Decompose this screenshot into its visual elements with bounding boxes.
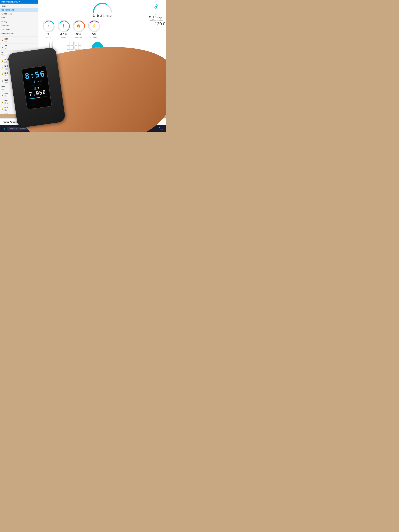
fitbit-screen-bezel: 8:56 FEB 29 👤 💡 7,950 xyxy=(21,65,52,110)
screen-divider xyxy=(29,84,43,86)
weekly-exercise-label: weekly exercise xyxy=(149,19,163,21)
metric-minutes: ⚡ 56 minutes xyxy=(88,20,100,38)
cup-5 xyxy=(67,46,70,50)
location-icon: 📍 xyxy=(62,24,65,28)
sidebar-items-label: Items xyxy=(1,5,6,7)
sidebar-item-starred[interactable]: ted Items 104 xyxy=(0,8,38,12)
cup-2 xyxy=(71,42,74,46)
cup-7 xyxy=(75,46,77,50)
metric-circle-calories: 🔥 xyxy=(73,20,85,32)
lock-icon: 🔒 xyxy=(1,101,4,103)
steps-count: 6,931 xyxy=(93,13,105,18)
running-person-icon xyxy=(152,4,159,12)
sidebar-item-search-folders[interactable]: earch Folders xyxy=(0,32,38,36)
lock-icon: 🔒 xyxy=(1,108,4,110)
minutes-value: 56 xyxy=(88,32,100,36)
list-item[interactable]: 🔒 NolI ha xyxy=(0,37,38,44)
lock-icon: 🔒 xyxy=(1,46,4,48)
miles-value: 4.19 xyxy=(57,32,70,36)
weight-display: 130.0 xyxy=(155,21,166,26)
lock-icon: 🔒 xyxy=(1,94,4,96)
svg-point-0 xyxy=(156,5,158,6)
cup-6 xyxy=(71,46,74,50)
exercise-total: 5 xyxy=(155,16,156,19)
metric-calories: 🔥 959 calories xyxy=(72,20,85,38)
calories-label: calories xyxy=(72,36,85,38)
account-email: McCorkle@LA.GOV xyxy=(1,1,20,3)
cup-3 xyxy=(75,42,77,46)
device-progress-fill xyxy=(29,97,40,99)
flame-icon: 🔥 xyxy=(76,24,81,28)
sidebar-starred-count: Items 104 xyxy=(5,9,14,11)
sidebar-item-email[interactable]: E-mail [141] xyxy=(0,12,38,16)
steps-header: 6,931 steps xyxy=(42,2,163,18)
sidebar-quarantine-label: arantine xyxy=(1,25,9,27)
list-item[interactable]: 🔒 VicAlr xyxy=(0,44,38,51)
floors-icon: ↑ xyxy=(47,24,49,28)
cup-8 xyxy=(78,46,81,50)
device-steps-section: 👤 💡 7,950 xyxy=(28,86,47,99)
metric-circle-minutes: ⚡ xyxy=(88,20,100,32)
exercise-icon-container xyxy=(149,1,162,15)
sidebar-item-items[interactable]: Items xyxy=(0,4,38,8)
fitbit-band: 8:56 FEB 29 👤 💡 7,950 xyxy=(7,47,66,128)
steps-person-icon: 👤 💡 xyxy=(34,87,40,90)
lock-icon: 🔒 xyxy=(1,39,4,41)
metrics-row: ↑ 2 floors 📍 4.19 miles xyxy=(42,20,163,38)
sidebar-email-label: E-mail [141] xyxy=(1,13,12,15)
exercise-days-label: days xyxy=(157,16,163,19)
lightning-icon: ⚡ xyxy=(92,24,96,28)
sidebar-item-box[interactable]: box xyxy=(0,16,38,20)
device-steps-count: 7,950 xyxy=(29,89,46,97)
sidebar-isroy-label: is Roy xyxy=(1,20,7,23)
miles-label: miles xyxy=(57,36,70,38)
metric-miles: 📍 4.19 miles xyxy=(57,20,70,38)
sidebar-search-label: earch Folders xyxy=(1,32,14,35)
sidebar-starred-label: ted xyxy=(1,9,5,11)
lock-icon: 🔒 xyxy=(1,66,4,69)
sidebar-item-isroy[interactable]: is Roy xyxy=(0,20,38,24)
floors-value: 2 xyxy=(42,32,55,36)
taskbar-search-text: Type here to search xyxy=(9,128,26,130)
minutes-label: minutes xyxy=(88,36,100,38)
cup-4 xyxy=(78,42,81,46)
exercise-days-text: 2 of 5 days xyxy=(149,16,163,19)
cup-1 xyxy=(67,42,70,46)
floors-label: floors xyxy=(42,36,55,38)
sidebar-item-quarantine[interactable]: arantine xyxy=(0,24,38,27)
metric-circle-miles: 📍 xyxy=(58,20,69,32)
calories-value: 959 xyxy=(72,32,85,36)
start-button[interactable]: ⊞ xyxy=(1,126,6,131)
steps-label: steps xyxy=(106,15,112,18)
sidebar-divider-1 xyxy=(0,36,38,37)
device-time: 8:56 xyxy=(24,70,46,80)
weight-value: 130.0 xyxy=(155,21,165,26)
lock-icon: 🔒 xyxy=(1,73,4,76)
sidebar-nav: Items ted Items 104 E-mail [141] box is … xyxy=(0,4,38,36)
metric-floors: ↑ 2 floors xyxy=(42,20,55,38)
account-header: McCorkle@LA.GOV xyxy=(0,0,38,4)
exercise-badge: 2 of 5 days weekly exercise xyxy=(149,1,163,21)
steps-arc-svg xyxy=(92,2,113,13)
water-cups-grid xyxy=(67,42,81,50)
taskbar-time: 10:37a 2/29 xyxy=(159,127,165,131)
metric-circle-floors: ↑ xyxy=(43,20,54,32)
exercise-current: 2 xyxy=(149,16,151,19)
exercise-of: of xyxy=(152,16,155,19)
sidebar-feeds-label: SS Feeds xyxy=(1,29,11,31)
bell-icon: 🔔 xyxy=(1,60,4,62)
sidebar-item-feeds[interactable]: SS Feeds xyxy=(0,28,38,32)
sidebar-box-label: box xyxy=(1,17,5,19)
lock-icon: 🔒 xyxy=(1,80,4,82)
